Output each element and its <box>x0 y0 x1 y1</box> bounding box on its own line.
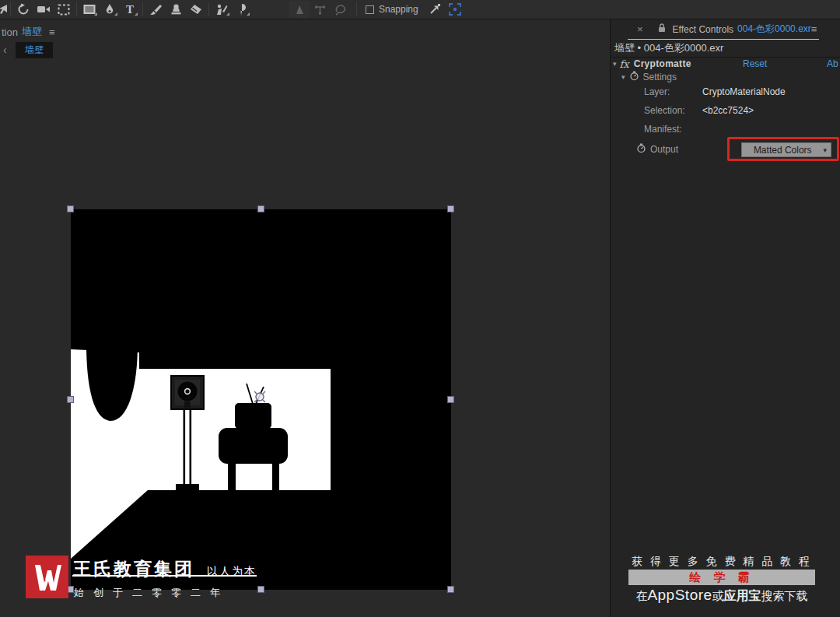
brush-tool-icon[interactable] <box>145 1 166 18</box>
twirl-down-icon[interactable]: ▾ <box>621 73 625 81</box>
selection-handle-top-right[interactable] <box>447 205 454 212</box>
toolbar-separator <box>142 2 143 16</box>
toolbar-separator <box>76 2 77 16</box>
wangshi-logo <box>26 556 68 598</box>
selection-tool-partial-icon[interactable] <box>0 1 8 18</box>
stopwatch-icon[interactable] <box>637 143 646 156</box>
fx-icon: fx <box>620 58 629 70</box>
property-label: Layer: <box>644 86 670 97</box>
promo-badge-text: 绘 学 霸 <box>689 570 754 585</box>
dropdown-chevron-icon: ▾ <box>823 146 827 154</box>
promo-line3: 在AppStore或应用宝搜索下载 <box>628 587 815 605</box>
watermark-line2: 始创于二零零二年 <box>74 586 261 600</box>
rectangle-tool-icon[interactable] <box>79 1 100 18</box>
output-dropdown-value[interactable]: Matted Colors <box>742 145 823 156</box>
toolbar: T Snapping <box>0 0 840 19</box>
flyout-indicator <box>135 12 138 16</box>
effect-controls-tab-title[interactable]: Effect Controls <box>673 24 733 35</box>
effect-header-row: ▾ fx Cryptomatte Reset Ab <box>611 57 840 71</box>
clone-stamp-tool-icon[interactable] <box>166 1 186 18</box>
snapping-label[interactable]: Snapping <box>379 4 418 15</box>
type-tool-icon[interactable]: T <box>120 1 140 18</box>
property-row-layer: Layer: CryptoMaterialNode <box>611 85 840 99</box>
toolbar-separator <box>208 2 209 16</box>
convert-vertex-tool-icon <box>310 1 330 18</box>
flyout-indicator <box>247 12 250 16</box>
composition-tab-name[interactable]: 墙壁 <box>22 25 42 39</box>
stopwatch-icon[interactable] <box>630 71 639 83</box>
effect-controls-tabstrip: × Effect Controls 004-色彩0000.exr ≡ <box>611 19 840 40</box>
pen-tool-icon[interactable] <box>100 1 120 18</box>
settings-group-label[interactable]: Settings <box>643 72 677 82</box>
camera-tool-icon[interactable] <box>33 1 54 18</box>
reset-link[interactable]: Reset <box>743 58 767 69</box>
composition-tab[interactable]: tion 墙壁 ≡ <box>0 25 55 39</box>
effect-controls-tab[interactable]: × Effect Controls 004-色彩0000.exr ≡ <box>628 19 819 40</box>
promo-line3-mid: 或 <box>712 589 724 602</box>
property-row-selection: Selection: <b2cc7524> <box>611 103 840 117</box>
panel-menu-icon[interactable]: ≡ <box>49 26 55 38</box>
scene-graphic <box>71 209 451 590</box>
property-label: Manifest: <box>644 124 682 135</box>
snapping-checkbox[interactable] <box>366 5 374 14</box>
panel-menu-icon[interactable]: ≡ <box>811 23 817 35</box>
breadcrumb-comp-name[interactable]: 墙壁 <box>16 42 53 58</box>
effect-name[interactable]: Cryptomatte <box>634 58 691 69</box>
logo-w-icon <box>30 559 65 595</box>
output-label: Output <box>650 144 678 155</box>
rotation-tool-icon[interactable] <box>13 1 33 18</box>
composition-breadcrumb: ‹ 墙壁 <box>3 43 53 57</box>
flyout-indicator <box>226 12 229 16</box>
twirl-down-icon[interactable]: ▾ <box>613 60 617 68</box>
roto-brush-tool-icon[interactable] <box>212 1 232 18</box>
promo-yingyongbao: 应用宝 <box>724 589 761 602</box>
mask-feather-tool-icon <box>289 1 310 18</box>
selection-handle-top-mid[interactable] <box>257 205 264 212</box>
selection-handle-mid-left[interactable] <box>67 396 74 403</box>
property-row-manifest: Manifest: <box>611 122 840 136</box>
property-label: Selection: <box>644 105 685 116</box>
lasso-tool-icon <box>330 1 350 18</box>
eraser-tool-icon[interactable] <box>186 1 206 18</box>
promo-appstore: AppStore <box>647 587 712 603</box>
watermark-title: 王氏教育集团 <box>73 557 194 581</box>
puppet-pin-tool-icon[interactable] <box>232 1 252 18</box>
promo-line3-pre: 在 <box>635 589 647 602</box>
effect-controls-tab-doc[interactable]: 004-色彩0000.exr <box>737 23 811 36</box>
toolbar-separator <box>10 2 11 16</box>
settings-group-row: ▾ Settings <box>611 70 840 84</box>
selection-handle-top-left[interactable] <box>67 205 74 212</box>
lock-icon[interactable] <box>658 23 666 35</box>
composition-viewer-panel: tion 墙壁 ≡ ‹ 墙壁 <box>0 19 610 617</box>
watermark-underline <box>72 575 257 577</box>
selection-handle-bottom-right[interactable] <box>447 586 454 593</box>
watermark-subtitle: 以人为本 <box>207 565 257 579</box>
output-dropdown[interactable]: Matted Colors ▾ <box>741 142 831 157</box>
region-of-interest-tool-icon[interactable] <box>54 1 74 18</box>
promo-line1: 获 得 更 多 免 费 精 品 教 程 <box>628 555 815 569</box>
toolbar-separator <box>356 2 357 16</box>
flyout-indicator <box>94 12 97 16</box>
motion-target-icon[interactable] <box>445 1 465 18</box>
selection-handle-mid-right[interactable] <box>447 396 454 403</box>
composition-image[interactable] <box>71 209 451 590</box>
effect-source-line: 墙壁 • 004-色彩0000.exr <box>614 40 723 56</box>
promo-badge-bar: 绘 学 霸 <box>628 570 815 585</box>
about-link[interactable]: Ab <box>827 58 838 69</box>
anchor-point-marker <box>254 391 265 402</box>
flyout-indicator <box>114 12 117 16</box>
composition-tab-prefix: tion <box>2 26 18 38</box>
close-panel-icon[interactable]: × <box>637 23 643 35</box>
property-value[interactable]: <b2cc7524> <box>702 105 754 116</box>
property-value[interactable]: CryptoMaterialNode <box>702 86 786 97</box>
effect-controls-panel: × Effect Controls 004-色彩0000.exr ≡ 墙壁 • … <box>610 19 840 617</box>
promo-line3-post: 搜索下载 <box>761 589 808 602</box>
back-chevron-icon[interactable]: ‹ <box>3 44 12 56</box>
watermark-title-row: 王氏教育集团 以人为本 <box>73 557 322 581</box>
snap-arrow-icon[interactable] <box>425 1 445 18</box>
